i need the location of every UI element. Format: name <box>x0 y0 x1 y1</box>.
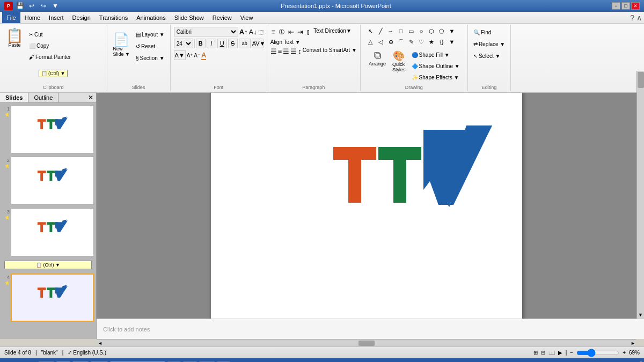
view-slide-sorter-btn[interactable]: ⊟ <box>541 350 545 356</box>
slide-panel-close-btn[interactable]: ✕ <box>85 93 96 102</box>
increase-indent-btn[interactable]: ⇥ <box>296 27 304 37</box>
rounded-rect-tool[interactable]: ▭ <box>407 27 415 35</box>
menu-review[interactable]: Review <box>208 12 236 23</box>
copy-format-icon[interactable]: ⬚ <box>258 28 264 35</box>
font-size-down-icon[interactable]: A⁻ <box>194 53 200 58</box>
quick-styles-button[interactable]: 🎨 QuickStyles <box>390 48 408 83</box>
zoom-slider[interactable] <box>576 350 619 356</box>
minimize-ribbon-icon[interactable]: ∧ <box>636 13 642 22</box>
star-tool[interactable]: ★ <box>427 38 436 46</box>
menu-design[interactable]: Design <box>68 12 95 23</box>
quad-arrow-tool[interactable]: ⊕ <box>386 38 395 46</box>
slide-thumb-4[interactable] <box>11 274 94 322</box>
select-button[interactable]: ↖ Select ▼ <box>471 50 502 61</box>
right-triangle-tool[interactable]: ◁ <box>376 38 385 46</box>
line-tool[interactable]: ╱ <box>376 27 385 35</box>
save-quick-btn[interactable]: 💾 <box>15 2 25 10</box>
canvas-area[interactable] <box>97 93 636 319</box>
freeform-tool[interactable]: ✎ <box>407 38 415 46</box>
justify-btn[interactable]: ☰ <box>290 47 297 55</box>
font-size-select[interactable]: 24 12 14 18 36 <box>174 39 193 48</box>
more-shapes-btn[interactable]: ▼ <box>448 27 456 35</box>
paste-ctrl-tooltip[interactable]: 📋 (Ctrl) ▼ <box>4 261 92 269</box>
triangle-tool[interactable]: △ <box>366 38 375 46</box>
underline-button[interactable]: U <box>217 39 227 48</box>
heart-tool[interactable]: ♡ <box>417 38 426 46</box>
slide-canvas[interactable] <box>211 93 522 319</box>
oval-tool[interactable]: ○ <box>417 27 426 35</box>
decrease-indent-btn[interactable]: ⇤ <box>287 27 295 37</box>
brace-tool[interactable]: {} <box>437 38 446 46</box>
slides-tab[interactable]: Slides <box>0 93 28 102</box>
notes-area[interactable]: Click to add notes <box>97 319 644 339</box>
paste-button[interactable]: 📋 Paste <box>3 27 26 62</box>
menu-animations[interactable]: Animations <box>132 12 170 23</box>
bold-button[interactable]: B <box>196 39 206 48</box>
menu-insert[interactable]: Insert <box>45 12 68 23</box>
zoom-level[interactable]: 69% <box>629 350 640 356</box>
format-painter-button[interactable]: 🖌 Format Painter <box>27 51 73 62</box>
grow-font-icon[interactable]: A↑ <box>239 28 248 36</box>
undo-quick-btn[interactable]: ↩ <box>27 2 36 10</box>
shadow-button[interactable]: ab <box>239 39 251 48</box>
slide-thumb-2[interactable] <box>11 157 94 205</box>
new-slide-button[interactable]: 📄 NewSlide ▼ <box>111 32 133 58</box>
outline-tab[interactable]: Outline <box>28 93 58 102</box>
line-arrow-tool[interactable]: → <box>386 27 395 35</box>
reset-button[interactable]: ↺ Reset <box>134 41 167 51</box>
chevron-tool[interactable]: ⬡ <box>427 27 436 35</box>
menu-view[interactable]: View <box>236 12 258 23</box>
line-spacing-btn[interactable]: ↕ <box>298 47 302 55</box>
replace-button[interactable]: ⇄ Replace ▼ <box>471 39 507 49</box>
slide-thumb-1[interactable] <box>11 105 94 153</box>
menu-transitions[interactable]: Transitions <box>95 12 132 23</box>
view-reading-btn[interactable]: 📖 <box>548 350 555 356</box>
scroll-left-btn[interactable]: ◄ <box>97 341 104 346</box>
menu-slideshow[interactable]: Slide Show <box>170 12 208 23</box>
font-size-up-icon[interactable]: A⁺ <box>187 53 193 58</box>
canvas-scrollbar-h[interactable]: ◄ ► <box>97 339 636 346</box>
layout-button[interactable]: ▤ Layout ▼ <box>134 29 167 40</box>
italic-button[interactable]: I <box>207 39 216 48</box>
zoom-in-btn[interactable]: + <box>623 350 626 356</box>
rect-tool[interactable]: □ <box>397 27 405 35</box>
char-spacing-button[interactable]: AV▼ <box>252 39 264 48</box>
menu-home[interactable]: Home <box>20 12 45 23</box>
text-direction-btn[interactable]: Text Direction▼ <box>312 27 352 37</box>
minimize-btn[interactable]: − <box>612 2 620 10</box>
find-button[interactable]: 🔍 Find <box>471 27 493 38</box>
maximize-btn[interactable]: □ <box>621 2 630 10</box>
menu-file[interactable]: File <box>2 12 20 23</box>
qa-dropdown-btn[interactable]: ▼ <box>50 2 60 10</box>
more2-btn[interactable]: ▼ <box>448 38 456 46</box>
align-right-btn[interactable]: ☰ <box>283 47 289 55</box>
columns-btn[interactable]: ⫿ <box>305 27 311 37</box>
curve-tool[interactable]: ⌒ <box>397 38 405 46</box>
align-text-btn[interactable]: Align Text ▼ <box>270 39 301 45</box>
redo-quick-btn[interactable]: ↪ <box>39 2 48 10</box>
paste-ctrl-hint[interactable]: 📋 (Ctrl) ▼ <box>39 70 68 77</box>
copy-button[interactable]: ⬜ Copy <box>27 40 73 51</box>
section-button[interactable]: § Slide 4 of 8 Section ▼ <box>134 53 167 63</box>
pentagon-tool[interactable]: ⬠ <box>437 27 446 35</box>
arrange-button[interactable]: ⧉ Arrange <box>366 48 389 83</box>
numbering-btn[interactable]: ① <box>277 27 286 37</box>
slide-thumb-3[interactable] <box>11 208 94 256</box>
strikethrough-button[interactable]: S <box>228 39 238 48</box>
font-color-btn[interactable]: A▼ <box>174 50 186 60</box>
align-left-btn[interactable]: ☰ <box>270 47 277 55</box>
font-family-select[interactable]: Calibri Arial Times New Roman <box>174 27 238 36</box>
scroll-down-btn[interactable]: ▼ <box>637 311 644 319</box>
zoom-out-btn[interactable]: − <box>570 350 573 356</box>
shape-outline-btn[interactable]: 🔷 Shape Outline ▼ <box>409 61 462 71</box>
cut-button[interactable]: ✂ Cut <box>27 29 73 40</box>
convert-smartart-btn[interactable]: Convert to SmartArt ▼ <box>303 47 357 55</box>
bullets-btn[interactable]: ≡ <box>270 27 277 37</box>
scroll-right-btn[interactable]: ► <box>630 341 636 346</box>
help-icon[interactable]: ? <box>630 13 634 22</box>
align-center-btn[interactable]: ≡ <box>278 47 282 55</box>
shape-fill-btn[interactable]: 🔵 Shape Fill ▼ <box>409 49 462 60</box>
view-normal-btn[interactable]: ⊞ <box>533 350 538 356</box>
font-highlight-color[interactable]: A <box>201 51 206 60</box>
view-slideshow-btn[interactable]: ▶ <box>558 350 562 356</box>
